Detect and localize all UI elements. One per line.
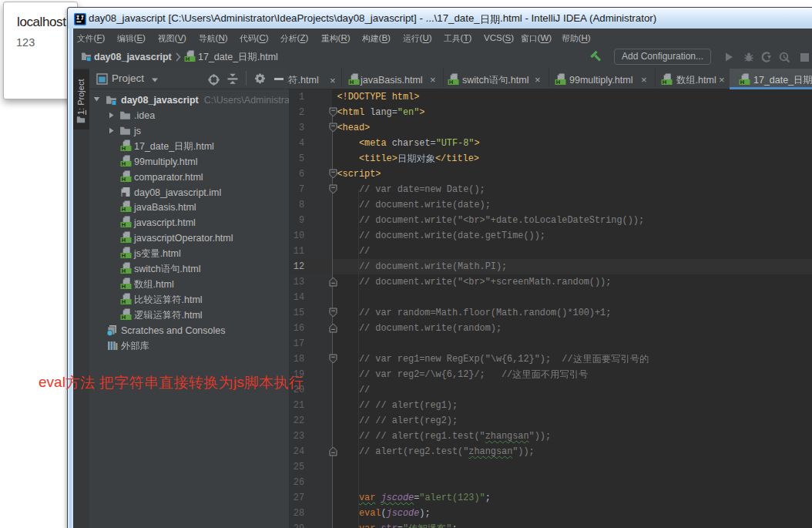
svg-text:H: H (122, 298, 126, 305)
svg-text:H: H (122, 252, 126, 259)
svg-text:H: H (122, 160, 126, 167)
svg-text:H: H (122, 283, 126, 290)
svg-text:H: H (122, 221, 126, 228)
svg-text:H: H (122, 237, 126, 244)
svg-text:H: H (740, 79, 744, 86)
svg-text:H: H (122, 267, 126, 274)
svg-text:H: H (556, 79, 560, 86)
svg-text:H: H (122, 145, 126, 152)
svg-text:H: H (122, 206, 126, 213)
svg-text:H: H (449, 79, 453, 86)
svg-text:H: H (663, 79, 666, 86)
svg-text:H: H (350, 79, 354, 86)
svg-text:H: H (186, 55, 190, 62)
svg-text:H: H (122, 314, 126, 321)
svg-text:H: H (122, 176, 126, 183)
